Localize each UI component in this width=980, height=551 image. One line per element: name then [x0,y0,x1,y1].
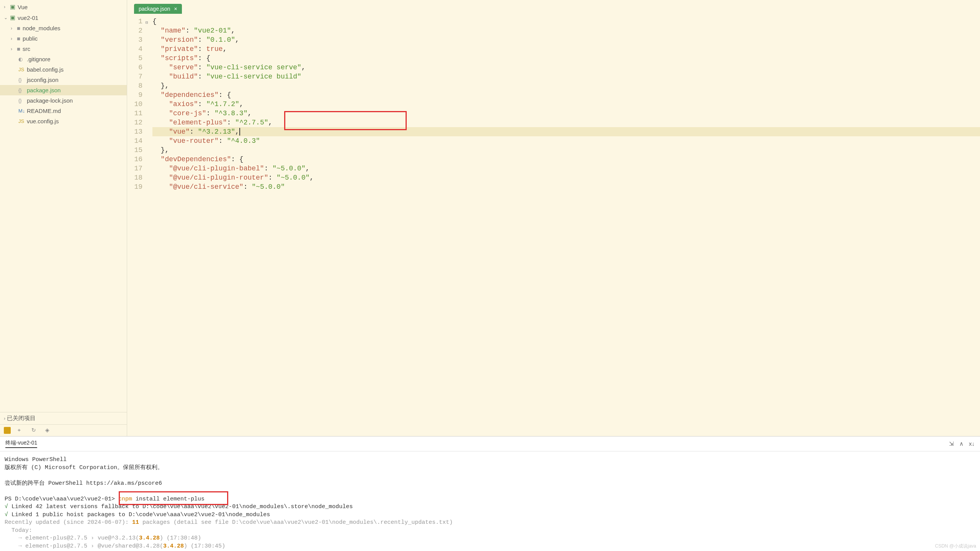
terminal-panel: 终端-vue2-01 ⇲ ∧ x↓ Windows PowerShell 版权所… [0,436,980,551]
file-package-lock[interactable]: {} package-lock.json [0,95,127,106]
debug-icon[interactable]: ⌖ [18,427,25,434]
folder-icon: ▣ [10,3,15,10]
file-jsconfig[interactable]: {} jsconfig.json [0,75,127,85]
tab-label: package.json [139,6,170,12]
check-icon: √ [5,504,8,510]
file-label: package.json [27,87,61,93]
editor-tab-bar: package.json × [127,0,980,14]
chevron-down-icon: ⌄ [4,15,10,20]
fold-gutter: ⊟ [146,17,152,191]
markdown-icon: M↓ [18,108,25,114]
command-cnpm: cnpm [118,496,132,502]
chevron-right-icon: › [4,4,10,10]
close-terminal-icon[interactable]: x↓ [969,440,975,447]
term-line: Windows PowerShell [5,456,975,464]
layers-icon[interactable]: ◈ [45,427,52,434]
watermark: CSDN @小成说java [935,543,976,549]
tab-package-json[interactable]: package.json × [134,4,182,14]
close-icon[interactable]: × [174,6,177,12]
terminal-header: 终端-vue2-01 ⇲ ∧ x↓ [0,437,980,451]
code-editor[interactable]: 1234 5678 9101112 13141516 171819 ⊟ { "n… [127,14,980,191]
folder-icon: ■ [17,35,20,42]
project-vue[interactable]: › ▣ Vue [0,2,127,12]
chevron-right-icon: › [11,36,17,41]
closed-projects-section[interactable]: › 已关闭项目 [0,412,127,424]
editor-area: package.json × 1234 5678 9101112 1314151… [127,0,980,436]
file-babel-config[interactable]: JS babel.config.js [0,64,127,75]
terminal-tab[interactable]: 终端-vue2-01 [5,440,37,448]
prompt: PS D:\code\vue\aaa\vue2\vue2-01> [5,496,115,502]
collapse-icon[interactable]: ∧ [959,440,964,447]
term-line: 版权所有 (C) Microsoft Corporation。保留所有权利。 [5,464,975,472]
term-line: 尝试新的跨平台 PowerShell https://aka.ms/pscore… [5,480,975,488]
file-label: README.md [27,108,61,114]
terminal-controls: ⇲ ∧ x↓ [949,440,975,447]
check-icon: √ [5,512,8,518]
code-content[interactable]: { "name": "vue2-01", "version": "0.1.0",… [152,17,980,191]
folder-node-modules[interactable]: › ■ node_modules [0,23,127,33]
file-gitignore[interactable]: ◐ .gitignore [0,54,127,64]
text-cursor [239,128,240,136]
file-explorer-sidebar: › ▣ Vue ⌄ ▣ vue2-01 › ■ node_modules › ■ [0,0,127,436]
folder-label: public [23,35,38,42]
json-icon: {} [18,87,25,93]
js-icon: JS [18,118,25,124]
file-vue-config[interactable]: JS vue.config.js [0,116,127,126]
refresh-icon[interactable]: ↻ [31,427,38,434]
js-icon: JS [18,67,25,72]
json-icon: {} [18,98,25,103]
file-readme[interactable]: M↓ README.md [0,106,127,116]
chevron-right-icon: › [11,46,17,52]
folder-icon: ▣ [10,14,15,21]
file-label: .gitignore [27,56,51,62]
folder-icon: ■ [17,46,20,52]
chevron-right-icon: › [11,26,17,31]
json-name-value: "vue2-01" [194,27,231,34]
folder-src[interactable]: › ■ src [0,44,127,54]
file-label: babel.config.js [27,66,64,73]
file-label: jsconfig.json [27,77,59,83]
line-numbers-gutter: 1234 5678 9101112 13141516 171819 [127,17,146,191]
file-tree: › ▣ Vue ⌄ ▣ vue2-01 › ■ node_modules › ■ [0,0,127,412]
sidebar-toolbar: ⌖ ↻ ◈ [0,424,127,436]
file-label: package-lock.json [27,97,73,104]
folder-label: node_modules [23,25,60,31]
chevron-right-icon: › [4,416,5,421]
new-terminal-icon[interactable]: ⇲ [949,440,954,447]
json-icon: {} [18,77,25,83]
closed-projects-label: 已关闭项目 [7,415,36,421]
folder-public[interactable]: › ■ public [0,33,127,44]
file-package-json[interactable]: {} package.json [0,85,127,95]
command-args: install element-plus [132,496,205,502]
output-line: Linked 42 latest versions fallback to D:… [11,504,353,510]
file-icon: ◐ [18,56,25,62]
folder-label: src [23,46,30,52]
file-label: vue.config.js [27,118,59,124]
open-folder-icon[interactable] [4,427,11,434]
terminal-output[interactable]: Windows PowerShell 版权所有 (C) Microsoft Co… [0,451,980,551]
project-vue2-01[interactable]: ⌄ ▣ vue2-01 [0,12,127,23]
project-label: vue2-01 [18,15,38,21]
today-label: Today: [5,527,975,535]
folder-icon: ■ [17,25,20,31]
output-line: Linked 1 public hoist packages to D:\cod… [11,512,270,518]
project-label: Vue [18,4,28,10]
